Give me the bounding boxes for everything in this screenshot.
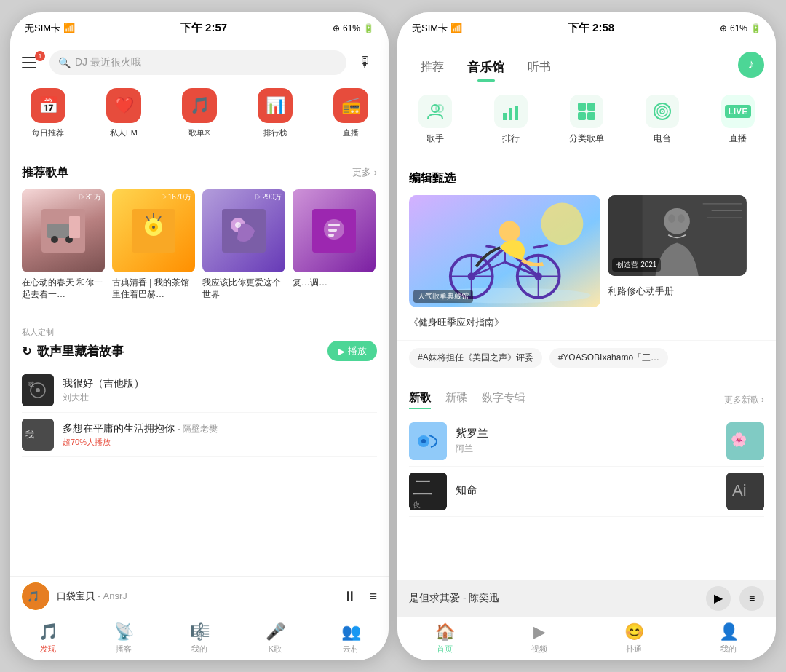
playlist-icon: 🎵 — [182, 88, 217, 123]
playlist-category-icon — [570, 95, 603, 128]
new-songs-section: 新歌 新碟 数字专辑 更多新歌 › 紫罗兰 阿兰 — [397, 381, 776, 527]
nav-tab-audiobook[interactable]: 听书 — [516, 54, 563, 81]
discover-icon: 🎵 — [39, 622, 58, 641]
svg-rect-30 — [503, 113, 507, 120]
chart-icon-item[interactable]: 📊 排行榜 — [237, 88, 313, 138]
playlist-card-0[interactable]: ▷31万 在心动的春天 和你一起去看一… — [22, 189, 105, 301]
playlist-icon-item[interactable]: 🎵 歌单® — [162, 88, 237, 138]
video-label: 视频 — [531, 644, 547, 655]
status-right-right: ⊕ 61% 🔋 — [720, 23, 761, 33]
recommend-header: 推荐歌单 更多 › — [22, 165, 377, 181]
playlist-name-3: 复…调… — [293, 277, 376, 289]
svg-rect-33 — [578, 103, 586, 111]
cat-radio[interactable]: 电台 — [624, 95, 700, 145]
new-song-thumb-right-1: Ai — [726, 473, 764, 510]
playlist-card-2[interactable]: ▷290万 我应该比你更爱这个世界 — [202, 189, 285, 301]
new-song-thumb-0 — [409, 422, 447, 460]
radio-icon — [646, 95, 679, 128]
hashtag-row: #A妹将担任《美国之声》评委 #YOASOBIxahamo「三… — [397, 340, 776, 375]
tab-podcast[interactable]: 📡 播客 — [86, 622, 162, 655]
new-song-1[interactable]: 二夜 知命 Ai — [409, 467, 764, 517]
playlist-card-1[interactable]: ▷1670万 古典清香 | 我的茶馆里住着巴赫… — [112, 189, 195, 301]
playlist-thumb-0: ▷31万 — [22, 189, 105, 272]
quick-icons-row: 📅 每日推荐 ❤️ 私人FM 🎵 歌单® 📊 排行榜 📻 直播 — [10, 81, 389, 149]
hashtag-0[interactable]: #A妹将担任《美国之声》评委 — [409, 348, 542, 368]
svg-point-70 — [421, 439, 426, 443]
playlist-name-2: 我应该比你更爱这个世界 — [202, 277, 285, 301]
tab-community[interactable]: 👥 云村 — [313, 622, 389, 655]
cat-chart[interactable]: 排行 — [473, 95, 549, 145]
new-song-name-0: 紫罗兰 — [456, 427, 718, 440]
mini-play-right[interactable]: ▶ — [706, 586, 731, 611]
playlist-label: 歌单® — [188, 127, 210, 138]
podcast-label: 播客 — [116, 644, 132, 655]
new-song-0[interactable]: 紫罗兰 阿兰 🌸 — [409, 416, 764, 467]
hashtag-1[interactable]: #YOASOBIxahamo「三… — [549, 348, 668, 368]
mini-song-name: 口袋宝贝 - AnsrJ — [57, 590, 336, 603]
tab-karaoke[interactable]: 🎤 K歌 — [237, 622, 313, 655]
song-item-0[interactable]: 歌 我很好（吉他版） 刘大壮 — [22, 368, 377, 413]
mini-player-right: 是但求其爱 - 陈奕迅 ▶ ≡ — [397, 580, 776, 617]
mini-list-right[interactable]: ≡ — [739, 586, 764, 611]
wifi-icon-right: 📶 — [450, 23, 462, 33]
tab-discover[interactable]: 🎵 发现 — [10, 622, 86, 655]
tab-putong[interactable]: 😊 扑通 — [587, 622, 681, 655]
tab-mine[interactable]: 🎼 我的 — [162, 622, 237, 655]
ns-tab-new-songs[interactable]: 新歌 — [409, 391, 431, 409]
playlist-name-1: 古典清香 | 我的茶馆里住着巴赫… — [112, 277, 195, 301]
recommend-more[interactable]: 更多 › — [352, 166, 377, 179]
tab-home-right[interactable]: 🏠 首页 — [397, 622, 492, 655]
song-item-1[interactable]: 我 多想在平庸的生活拥抱你 - 隔壁老樊 超70%人播放 — [22, 413, 377, 457]
mini-thumb: 🎵 — [22, 582, 49, 610]
svg-point-62 — [669, 214, 676, 223]
status-left-right: 无SIM卡 📶 — [412, 22, 462, 35]
home-label: 首页 — [437, 644, 453, 655]
left-phone: 无SIM卡 📶 下午 2:57 ⊕ 61% 🔋 1 🔍 DJ 最近很火哦 🎙 📅… — [10, 12, 389, 660]
pause-button[interactable]: ⏸ — [343, 588, 357, 605]
song-thumb-0: 歌 — [22, 374, 54, 406]
search-box[interactable]: 🔍 DJ 最近很火哦 — [49, 50, 346, 75]
ns-tab-digital[interactable]: 数字专辑 — [482, 391, 525, 409]
fm-icon-item[interactable]: ❤️ 私人FM — [86, 88, 162, 138]
cat-playlist[interactable]: 分类歌单 — [549, 95, 624, 145]
live-icon-item[interactable]: 📻 直播 — [313, 88, 389, 138]
chart-label-right: 排行 — [502, 133, 520, 145]
singer-label: 歌手 — [426, 133, 444, 145]
cat-singer[interactable]: 歌手 — [397, 95, 473, 145]
left-scroll: 📅 每日推荐 ❤️ 私人FM 🎵 歌单® 📊 排行榜 📻 直播 — [10, 81, 389, 576]
daily-icon-item[interactable]: 📅 每日推荐 — [10, 88, 86, 138]
nav-tab-music-hall[interactable]: 音乐馆 — [456, 53, 516, 82]
mini-player: 🎵 口袋宝贝 - AnsrJ ⏸ ≡ — [10, 576, 389, 617]
mini-player-text-right: 是但求其爱 - 陈奕迅 — [409, 592, 697, 605]
tab-mine-right[interactable]: 👤 我的 — [681, 622, 776, 655]
live-label: 直播 — [343, 127, 359, 138]
play-icon: ▶ — [338, 346, 345, 357]
more-new-songs[interactable]: 更多新歌 › — [724, 394, 764, 406]
live-cat-label: 直播 — [729, 133, 747, 145]
ns-tab-new-albums[interactable]: 新碟 — [445, 391, 467, 409]
nav-tab-recommend[interactable]: 推荐 — [409, 54, 456, 81]
tab-video-right[interactable]: ▶ 视频 — [492, 622, 587, 655]
svg-rect-17 — [328, 224, 340, 226]
playlist-card-3[interactable]: 复…调… — [293, 189, 376, 301]
mic-button[interactable]: 🎙 — [354, 51, 377, 74]
play-all-button[interactable]: ▶ ▶ 播放播放 — [328, 341, 377, 361]
playlist-thumb-1: ▷1670万 — [112, 189, 195, 272]
svg-text:二: 二 — [413, 476, 433, 499]
notification-badge: 1 — [35, 51, 45, 61]
song-thumb-1: 我 — [22, 419, 54, 451]
playlist-button[interactable]: ≡ — [369, 589, 377, 604]
top-nav: 推荐 音乐馆 听书 ♪ — [397, 44, 776, 84]
svg-text:我: 我 — [25, 430, 34, 440]
battery-icon-left: 🔋 — [363, 23, 374, 33]
video-icon: ▶ — [533, 622, 546, 641]
menu-icon[interactable]: 1 — [22, 52, 42, 73]
music-note-icon[interactable]: ♪ — [738, 52, 764, 78]
cat-live[interactable]: LIVE 直播 — [700, 95, 776, 145]
editor-card-0[interactable]: 人气歌单典藏馆 《健身旺季应对指南》 — [409, 195, 600, 330]
editor-card-img-0: 人气歌单典藏馆 — [409, 195, 600, 308]
right-scroll: 歌手 排行 分类歌单 电台 — [397, 84, 776, 580]
editor-card-1[interactable]: 创造营 2021 利路修心动手册 — [608, 195, 746, 330]
karaoke-icon: 🎤 — [266, 622, 285, 641]
battery-icon-right: 🔋 — [750, 23, 761, 33]
